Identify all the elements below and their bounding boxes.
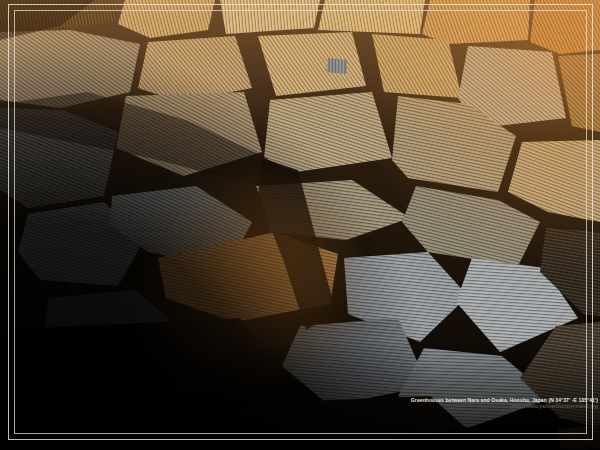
desktop-wallpaper: Greenhouses between Nara and Osaka, Hons…	[0, 0, 600, 450]
photo-frame-inner-line	[14, 10, 587, 434]
